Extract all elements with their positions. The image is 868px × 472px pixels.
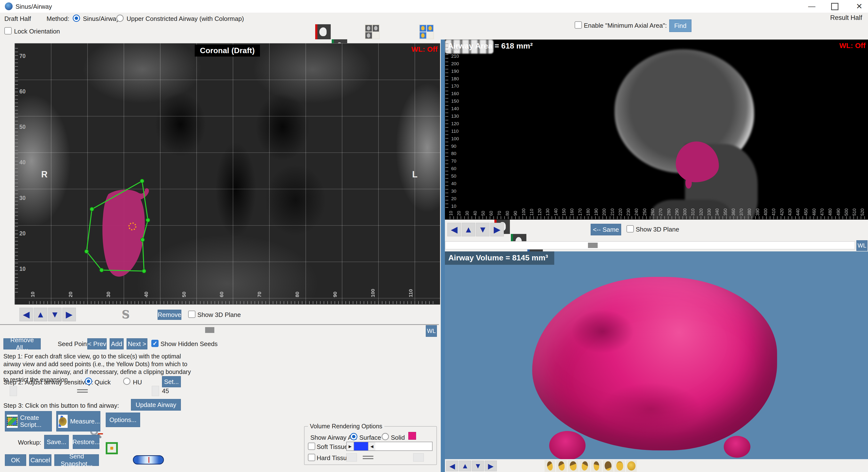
segmentation-overlay[interactable]: [14, 43, 440, 304]
left-scrollbar-thumb[interactable]: [205, 327, 214, 333]
sensitivity-set-button[interactable]: Set...: [162, 376, 181, 387]
ruler-tick-label: 110: [408, 289, 413, 297]
find-button[interactable]: Find: [669, 20, 691, 32]
3d-right-icon[interactable]: [591, 460, 602, 472]
ruler-tick-label: 150: [562, 208, 566, 216]
coronal-view-title: Coronal (Draft): [195, 45, 260, 57]
film-icon: [7, 415, 18, 428]
show-3d-plane-checkbox-right[interactable]: [626, 225, 634, 233]
ruler-tick-label: 50: [20, 124, 26, 130]
fit-view-icon[interactable]: [106, 442, 118, 454]
3d-left-oblique-icon[interactable]: [556, 460, 567, 472]
sagittal-result-view[interactable]: 2202102001901801701601501401301201101009…: [445, 39, 868, 219]
sensitivity-slider-left-end[interactable]: [10, 386, 17, 396]
rotate-right-icon[interactable]: ▶: [485, 461, 497, 471]
coronal-wl-status: WL: Off: [411, 45, 438, 53]
soft-tissue-slider-left-arrow[interactable]: ◀: [368, 442, 375, 450]
ruler-tick-label: 140: [451, 106, 459, 111]
enable-minimum-axial-area-checkbox[interactable]: [575, 21, 582, 29]
show-hidden-seeds-checkbox[interactable]: ✓: [151, 340, 159, 347]
title-bar: Sinus/Airway — ✕: [0, 0, 868, 12]
soft-tissue-slider-right-arrow[interactable]: ▶: [347, 442, 354, 450]
options-button[interactable]: Options...: [106, 413, 140, 427]
wl-button-right[interactable]: WL: [856, 240, 868, 251]
seed-prev-button[interactable]: < Prev: [87, 338, 107, 350]
3d-front-icon[interactable]: [568, 460, 579, 472]
coronal-draft-view[interactable]: 70605040302010 102030405060708090100110 …: [14, 43, 440, 304]
step-down-icon-right[interactable]: ▼: [476, 223, 490, 236]
seed-next-button[interactable]: Next >: [127, 338, 147, 350]
show-3d-plane-checkbox-left[interactable]: [188, 311, 195, 318]
create-script-button[interactable]: Create Script...: [5, 411, 52, 432]
step-up-icon[interactable]: ▲: [34, 308, 47, 321]
rotate-up-icon[interactable]: ▲: [459, 461, 471, 471]
ruler-tick-label: 40: [144, 289, 149, 297]
rotate-left-icon[interactable]: ◀: [446, 461, 458, 471]
rotate-3d-icon[interactable]: S: [122, 308, 129, 321]
ruler-tick-label: 30: [20, 195, 26, 201]
airway-volume-banner: Airway Volume = 8145 mm³: [445, 252, 554, 265]
close-button[interactable]: ✕: [852, 1, 866, 11]
remove-button[interactable]: Remove: [158, 309, 181, 320]
sensitivity-quick-radio[interactable]: [85, 378, 92, 385]
soft-tissue-slider-thumb[interactable]: [354, 442, 368, 450]
airway-volume-bump2: [724, 436, 750, 458]
3d-bottom-icon[interactable]: [614, 460, 625, 472]
seed-add-button[interactable]: Add: [110, 338, 124, 350]
lock-orientation-checkbox[interactable]: [4, 27, 12, 34]
sensitivity-slider-right-end[interactable]: [152, 386, 159, 396]
sagittal-view-icon[interactable]: [315, 24, 331, 39]
hard-tissue-slider-thumb[interactable]: [363, 456, 373, 459]
step-up-icon-right[interactable]: ▲: [462, 223, 475, 236]
step-right-icon[interactable]: ▶: [62, 308, 76, 321]
workup-save-button[interactable]: Save...: [44, 435, 69, 449]
hard-tissue-checkbox[interactable]: [308, 454, 315, 461]
sinus-segmentation-region: [102, 188, 149, 277]
step-right-icon-right[interactable]: ▶: [490, 223, 504, 236]
3d-right-oblique-icon[interactable]: [580, 460, 590, 472]
multi-slice-view-icon[interactable]: [365, 24, 380, 39]
step-down-icon[interactable]: ▼: [48, 308, 62, 321]
3d-top-icon[interactable]: [626, 460, 637, 472]
3d-left-icon[interactable]: [545, 460, 555, 472]
measure-button[interactable]: Measure...: [56, 411, 100, 432]
send-snapshot-button[interactable]: Send Snapshot...: [54, 454, 99, 466]
method-upper-constricted-radio[interactable]: [116, 14, 124, 22]
soft-tissue-checkbox[interactable]: [308, 443, 315, 450]
airway-surface-radio[interactable]: [350, 433, 358, 440]
ruler-tick-label: 470: [820, 208, 824, 216]
panel-splitter[interactable]: [441, 39, 445, 472]
multi-3d-view-icon[interactable]: [419, 24, 434, 39]
sensitivity-slider-thumb[interactable]: [77, 389, 88, 393]
airway-color-swatch[interactable]: [408, 432, 416, 440]
wl-button-left[interactable]: WL: [426, 325, 437, 337]
step-left-icon-right[interactable]: ◀: [447, 223, 461, 236]
cancel-button[interactable]: Cancel: [29, 454, 52, 466]
update-airway-button[interactable]: Update Airway: [131, 399, 181, 411]
remove-all-button[interactable]: Remove All...: [3, 338, 41, 350]
method-sinus-airway-radio[interactable]: [73, 14, 80, 22]
slice-slider[interactable]: [133, 455, 164, 465]
maximize-button[interactable]: [831, 3, 838, 10]
rotate-down-icon[interactable]: ▼: [472, 461, 484, 471]
sagittal-scrollbar-track[interactable]: [445, 241, 855, 249]
minimize-button[interactable]: —: [805, 1, 818, 11]
ok-button[interactable]: OK: [5, 454, 26, 466]
ruler-tick-label: 420: [780, 208, 784, 216]
window-title: Sinus/Airway: [16, 3, 52, 10]
step-left-icon[interactable]: ◀: [20, 308, 33, 321]
show-hidden-seeds-label: Show Hidden Seeds: [160, 340, 218, 348]
soft-tissue-slider[interactable]: ▶ ◀: [346, 442, 433, 451]
hard-tissue-slider-left-end[interactable]: [346, 453, 357, 462]
sagittal-scrollbar-thumb[interactable]: [588, 243, 598, 248]
method-upper-constricted-label: Upper Constricted Airway (with Colormap): [127, 15, 244, 23]
method-sinus-airway-label: Sinus/Airway: [83, 15, 119, 23]
workup-restore-button[interactable]: Restore...: [73, 435, 99, 449]
airway-volume-3d-view[interactable]: Airway Volume = 8145 mm³: [445, 252, 868, 459]
sensitivity-hu-radio[interactable]: [123, 378, 130, 385]
3d-back-icon[interactable]: [603, 460, 613, 472]
airway-solid-radio[interactable]: [382, 433, 389, 440]
ruler-tick-label: 400: [764, 208, 768, 216]
hard-tissue-slider-right-end[interactable]: [413, 453, 424, 462]
same-button[interactable]: <-- Same: [591, 224, 621, 235]
